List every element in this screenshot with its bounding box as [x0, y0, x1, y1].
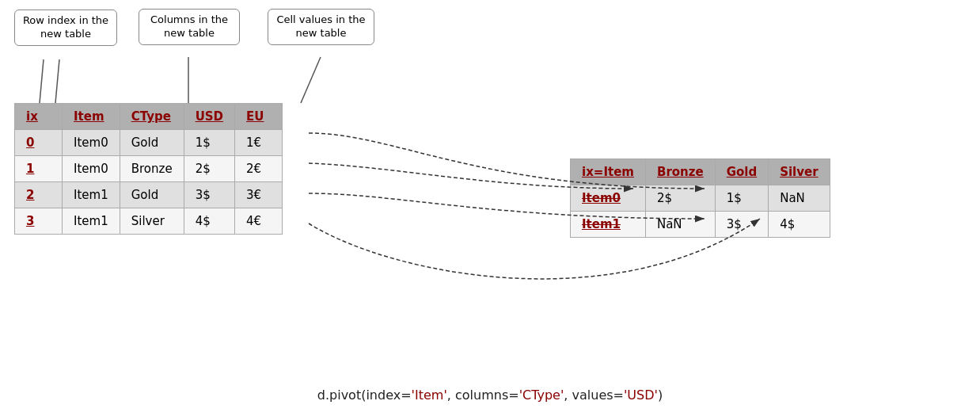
left-row3-ix: 3 — [15, 208, 63, 235]
table-row: 0 Item0 Gold 1$ 1€ — [15, 130, 283, 156]
left-row2-ctype: Gold — [120, 182, 184, 208]
left-row2-eu: 3€ — [235, 182, 283, 208]
right-row0-item: Item0 — [571, 185, 646, 212]
left-header-usd: USD — [184, 104, 234, 130]
right-row0-silver: NaN — [769, 185, 830, 212]
left-header-ix: ix — [15, 104, 63, 130]
formula-suffix: ) — [658, 388, 663, 403]
left-header-item: Item — [63, 104, 120, 130]
formula-columns: 'CType' — [519, 388, 564, 403]
table-row: Item1 NaN 3$ 4$ — [571, 212, 830, 238]
right-row0-bronze: 2$ — [645, 185, 715, 212]
svg-line-1 — [40, 59, 44, 103]
svg-line-2 — [55, 59, 59, 103]
left-row1-ctype: Bronze — [120, 156, 184, 182]
left-table: ix Item CType USD EU 0 Item0 Gold 1$ 1€ … — [14, 103, 283, 235]
right-row0-gold: 1$ — [715, 185, 769, 212]
left-row0-usd: 1$ — [184, 130, 234, 156]
formula: d.pivot(index='Item', columns='CType', v… — [317, 388, 663, 403]
left-row3-usd: 4$ — [184, 208, 234, 235]
svg-line-4 — [301, 57, 321, 103]
right-row1-silver: 4$ — [769, 212, 830, 238]
formula-prefix: d.pivot(index= — [317, 388, 412, 403]
right-table: ix=Item Bronze Gold Silver Item0 2$ 1$ N… — [570, 158, 830, 238]
left-row1-eu: 2€ — [235, 156, 283, 182]
table-row: 2 Item1 Gold 3$ 3€ — [15, 182, 283, 208]
left-row1-usd: 2$ — [184, 156, 234, 182]
left-row3-item: Item1 — [63, 208, 120, 235]
left-row2-ix: 2 — [15, 182, 63, 208]
left-header-eu: EU — [235, 104, 283, 130]
left-row0-ctype: Gold — [120, 130, 184, 156]
formula-sep2: , values= — [564, 388, 624, 403]
callout-columns: Columns in the new table — [139, 9, 240, 45]
right-row1-gold: 3$ — [715, 212, 769, 238]
formula-index: 'Item' — [412, 388, 447, 403]
left-row1-ix: 1 — [15, 156, 63, 182]
right-row1-bronze: NaN — [645, 212, 715, 238]
table-row: 1 Item0 Bronze 2$ 2€ — [15, 156, 283, 182]
left-header-ctype: CType — [120, 104, 184, 130]
left-row3-ctype: Silver — [120, 208, 184, 235]
left-row2-usd: 3$ — [184, 182, 234, 208]
table-row: Item0 2$ 1$ NaN — [571, 185, 830, 212]
right-header-item: ix=Item — [571, 159, 646, 185]
right-header-bronze: Bronze — [645, 159, 715, 185]
formula-sep1: , columns= — [447, 388, 519, 403]
right-row1-item: Item1 — [571, 212, 646, 238]
left-row0-ix: 0 — [15, 130, 63, 156]
main-container: Row index in the new table Columns in th… — [0, 0, 980, 420]
right-header-gold: Gold — [715, 159, 769, 185]
left-row0-item: Item0 — [63, 130, 120, 156]
left-row2-item: Item1 — [63, 182, 120, 208]
left-row1-item: Item0 — [63, 156, 120, 182]
callout-cell-values: Cell values in the new table — [268, 9, 374, 45]
table-row: 3 Item1 Silver 4$ 4€ — [15, 208, 283, 235]
left-row3-eu: 4€ — [235, 208, 283, 235]
callout-row-index: Row index in the new table — [14, 10, 117, 46]
right-header-silver: Silver — [769, 159, 830, 185]
left-row0-eu: 1€ — [235, 130, 283, 156]
formula-values: 'USD' — [624, 388, 658, 403]
